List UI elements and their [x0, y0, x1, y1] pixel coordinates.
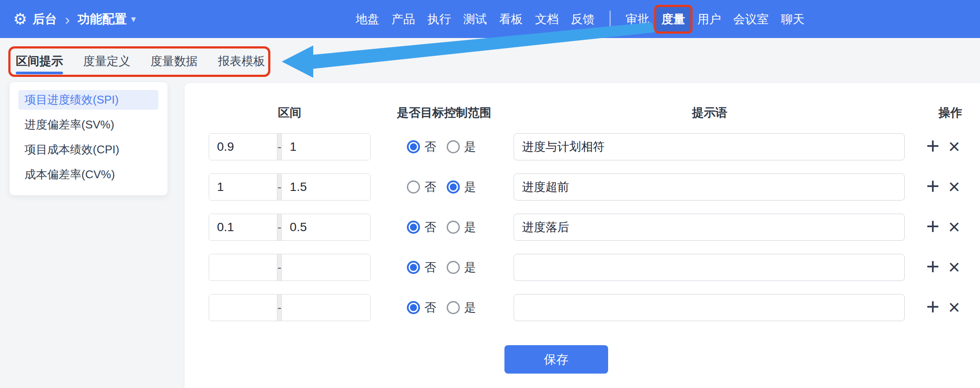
- prompt-input[interactable]: [514, 133, 905, 160]
- radio-yes-label[interactable]: 是: [464, 219, 476, 235]
- delete-row-button[interactable]: ×: [948, 217, 960, 237]
- prompt-input[interactable]: [514, 173, 905, 201]
- table-row: -否是+×: [185, 294, 980, 321]
- sidebar-item-1[interactable]: 项目进度绩效(SPI): [18, 90, 158, 110]
- column-header-target-scope: 是否目标控制范围: [397, 105, 491, 121]
- nav-item-6[interactable]: 文档: [535, 11, 559, 27]
- breadcrumb: ⚙ 后台 › 功能配置 ▾: [13, 11, 136, 28]
- radio-no[interactable]: [407, 221, 420, 234]
- nav-divider: [609, 10, 611, 28]
- sidebar-item-2[interactable]: 进度偏差率(SV%): [18, 115, 158, 135]
- radio-no[interactable]: [407, 140, 420, 153]
- table-row: -否是+×: [185, 173, 980, 201]
- radio-no-label[interactable]: 否: [424, 139, 436, 155]
- interval-max-input[interactable]: [282, 254, 371, 281]
- sidebar: 项目进度绩效(SPI)进度偏差率(SV%)项目成本绩效(CPI)成本偏差率(CV…: [10, 82, 168, 195]
- table-row: -否是+×: [185, 133, 980, 160]
- add-row-button[interactable]: +: [926, 175, 939, 197]
- nav-item-12[interactable]: 会议室: [733, 11, 769, 27]
- row-actions: +×: [926, 254, 960, 281]
- radio-yes[interactable]: [447, 221, 460, 234]
- main-panel: 区间 是否目标控制范围 提示语 操作 -否是+×-否是+×-否是+×-否是+×-…: [185, 83, 980, 388]
- radio-yes-label[interactable]: 是: [464, 179, 476, 195]
- tab-bar: 区间提示度量定义度量数据报表模板: [0, 38, 980, 84]
- nav-item-5[interactable]: 看板: [499, 11, 523, 27]
- interval-max-input[interactable]: [282, 174, 371, 200]
- nav-item-4[interactable]: 测试: [463, 11, 487, 27]
- radio-no-label[interactable]: 否: [424, 300, 436, 315]
- interval-min-input[interactable]: [209, 254, 277, 281]
- tab-3[interactable]: 度量数据: [150, 38, 198, 84]
- nav-item-11[interactable]: 用户: [697, 11, 721, 27]
- radio-no-label[interactable]: 否: [424, 179, 436, 195]
- row-actions: +×: [926, 133, 960, 160]
- breadcrumb-chevron-icon: ›: [65, 12, 70, 27]
- nav-item-1[interactable]: 地盘: [356, 11, 379, 27]
- tab-1[interactable]: 区间提示: [16, 38, 63, 84]
- delete-row-button[interactable]: ×: [948, 177, 960, 197]
- interval-min-input[interactable]: [209, 294, 277, 321]
- radio-yes[interactable]: [447, 261, 460, 274]
- radio-yes[interactable]: [447, 301, 460, 314]
- radio-no[interactable]: [407, 261, 420, 274]
- radio-yes-label[interactable]: 是: [464, 300, 476, 315]
- sidebar-item-3[interactable]: 项目成本绩效(CPI): [18, 140, 158, 159]
- radio-yes[interactable]: [447, 180, 460, 194]
- row-actions: +×: [926, 173, 960, 201]
- radio-no-label[interactable]: 否: [424, 219, 436, 235]
- radio-yes-label[interactable]: 是: [464, 260, 476, 275]
- save-button[interactable]: 保存: [504, 345, 608, 374]
- target-scope-radio-group: 否是: [407, 214, 476, 241]
- breadcrumb-home[interactable]: 后台: [32, 11, 57, 28]
- row-actions: +×: [926, 294, 960, 321]
- app-header: ⚙ 后台 › 功能配置 ▾ 地盘产品执行测试看板文档反馈审批度量用户会议室聊天: [0, 0, 980, 38]
- interval-max-input[interactable]: [282, 294, 371, 321]
- delete-row-button[interactable]: ×: [948, 297, 960, 317]
- interval-range-group: -: [209, 254, 371, 281]
- delete-row-button[interactable]: ×: [948, 257, 960, 277]
- interval-separator: -: [277, 134, 282, 160]
- interval-separator: -: [277, 214, 282, 240]
- chevron-down-icon[interactable]: ▾: [131, 14, 136, 25]
- add-row-button[interactable]: +: [926, 215, 939, 238]
- add-row-button[interactable]: +: [926, 135, 939, 157]
- interval-separator: -: [277, 254, 282, 281]
- breadcrumb-section[interactable]: 功能配置: [78, 11, 127, 28]
- sidebar-item-4[interactable]: 成本偏差率(CV%): [18, 165, 158, 184]
- gear-icon: ⚙: [13, 11, 27, 27]
- interval-max-input[interactable]: [282, 214, 371, 240]
- tab-2[interactable]: 度量定义: [83, 38, 130, 84]
- row-actions: +×: [926, 214, 960, 241]
- tab-4[interactable]: 报表模板: [218, 38, 265, 84]
- nav-item-10[interactable]: 度量: [662, 11, 685, 27]
- interval-min-input[interactable]: [209, 134, 277, 160]
- prompt-input[interactable]: [514, 294, 905, 321]
- prompt-input[interactable]: [514, 214, 905, 241]
- interval-max-input[interactable]: [282, 134, 371, 160]
- nav-item-13[interactable]: 聊天: [781, 11, 805, 27]
- nav-item-9[interactable]: 审批: [626, 11, 649, 27]
- target-scope-radio-group: 否是: [407, 133, 476, 160]
- delete-row-button[interactable]: ×: [948, 136, 960, 156]
- interval-min-input[interactable]: [209, 214, 277, 240]
- interval-separator: -: [277, 174, 282, 200]
- target-scope-radio-group: 否是: [407, 254, 476, 281]
- column-header-prompt: 提示语: [692, 105, 728, 121]
- radio-yes-label[interactable]: 是: [464, 139, 476, 155]
- interval-range-group: -: [209, 294, 371, 321]
- radio-no[interactable]: [407, 180, 420, 194]
- interval-min-input[interactable]: [209, 174, 277, 200]
- add-row-button[interactable]: +: [926, 295, 939, 318]
- radio-no[interactable]: [407, 301, 420, 314]
- nav-item-7[interactable]: 反馈: [571, 11, 595, 27]
- interval-range-group: -: [209, 173, 371, 201]
- top-nav: 地盘产品执行测试看板文档反馈审批度量用户会议室聊天: [356, 0, 805, 38]
- prompt-input[interactable]: [514, 254, 905, 281]
- nav-item-3[interactable]: 执行: [427, 11, 451, 27]
- radio-yes[interactable]: [447, 140, 460, 153]
- interval-range-group: -: [209, 214, 371, 241]
- radio-no-label[interactable]: 否: [424, 260, 436, 275]
- add-row-button[interactable]: +: [926, 255, 939, 278]
- table-row: -否是+×: [185, 214, 980, 241]
- nav-item-2[interactable]: 产品: [392, 11, 415, 27]
